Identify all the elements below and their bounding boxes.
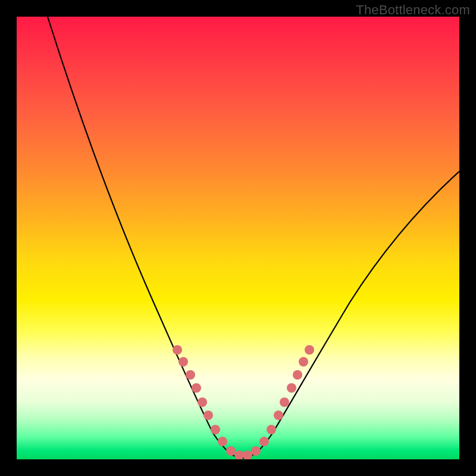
svg-point-13 bbox=[267, 425, 276, 434]
svg-point-17 bbox=[293, 370, 302, 380]
svg-point-6 bbox=[211, 425, 220, 434]
svg-point-4 bbox=[198, 397, 207, 407]
svg-point-11 bbox=[251, 446, 261, 456]
chart-frame: TheBottleneck.com bbox=[0, 0, 476, 476]
curve-left-branch bbox=[48, 17, 243, 458]
svg-point-18 bbox=[299, 357, 308, 367]
svg-point-2 bbox=[186, 370, 195, 380]
plot-area bbox=[17, 17, 459, 459]
watermark-text: TheBottleneck.com bbox=[356, 2, 470, 18]
svg-point-14 bbox=[274, 411, 283, 420]
svg-point-9 bbox=[234, 450, 244, 459]
svg-point-1 bbox=[178, 357, 188, 367]
svg-point-19 bbox=[305, 345, 314, 355]
svg-point-10 bbox=[243, 450, 252, 459]
svg-point-15 bbox=[280, 397, 289, 407]
highlight-dots bbox=[173, 345, 314, 459]
svg-point-0 bbox=[173, 345, 182, 355]
svg-point-16 bbox=[287, 383, 296, 393]
svg-point-12 bbox=[259, 437, 269, 446]
svg-point-7 bbox=[218, 437, 227, 446]
svg-point-3 bbox=[192, 383, 201, 393]
svg-point-8 bbox=[226, 446, 236, 456]
bottleneck-curve bbox=[17, 17, 459, 459]
svg-point-5 bbox=[203, 411, 213, 420]
